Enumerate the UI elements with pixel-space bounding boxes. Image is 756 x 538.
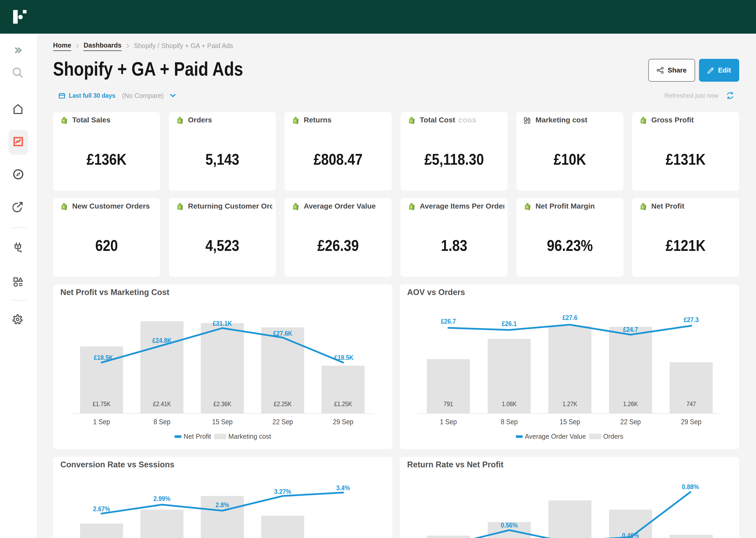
svg-text:747: 747	[686, 400, 696, 407]
svg-text:S: S	[526, 205, 528, 209]
svg-text:29 Sep: 29 Sep	[333, 418, 353, 426]
svg-text:£18.5K: £18.5K	[94, 354, 113, 361]
svg-text:15 Sep: 15 Sep	[212, 418, 233, 426]
svg-text:S: S	[63, 205, 64, 209]
svg-text:£24.7: £24.7	[623, 326, 638, 333]
svg-text:0.88%: 0.88%	[682, 483, 699, 491]
svg-text:£24.8K: £24.8K	[152, 337, 172, 345]
svg-text:£1.75K: £1.75K	[93, 400, 111, 407]
svg-text:£26.1: £26.1	[502, 320, 517, 328]
svg-text:S: S	[178, 205, 180, 209]
svg-text:3.4%: 3.4%	[336, 484, 350, 492]
svg-text:S: S	[410, 205, 412, 209]
svg-text:15 Sep: 15 Sep	[560, 418, 580, 426]
svg-text:£31.1K: £31.1K	[213, 320, 232, 327]
svg-text:2.8%: 2.8%	[215, 501, 229, 509]
svg-text:22 Sep: 22 Sep	[272, 418, 293, 426]
svg-text:S: S	[178, 119, 180, 123]
svg-text:S: S	[641, 205, 643, 209]
svg-text:22 Sep: 22 Sep	[620, 418, 641, 426]
svg-text:£26.7: £26.7	[441, 318, 456, 325]
svg-text:2.99%: 2.99%	[154, 495, 170, 503]
svg-text:0.46%: 0.46%	[622, 532, 639, 538]
svg-text:£2.41K: £2.41K	[153, 400, 171, 407]
svg-text:8 Sep: 8 Sep	[154, 418, 170, 426]
svg-text:£1.25K: £1.25K	[334, 400, 352, 407]
svg-text:1.27K: 1.27K	[563, 400, 577, 407]
svg-text:3.27%: 3.27%	[274, 488, 291, 496]
svg-text:£27.3: £27.3	[684, 316, 698, 324]
svg-text:£27.6K: £27.6K	[273, 330, 292, 337]
svg-text:S: S	[641, 119, 643, 123]
svg-text:2.67%: 2.67%	[93, 505, 110, 513]
svg-text:29 Sep: 29 Sep	[681, 418, 701, 426]
svg-text:S: S	[294, 119, 296, 123]
svg-text:£27.6: £27.6	[562, 314, 577, 322]
svg-text:S: S	[410, 119, 412, 123]
svg-text:0.56%: 0.56%	[501, 521, 518, 529]
svg-text:791: 791	[444, 400, 453, 407]
svg-text:S: S	[63, 119, 64, 123]
svg-text:£2.25K: £2.25K	[274, 400, 292, 407]
svg-text:1.26K: 1.26K	[623, 400, 638, 407]
svg-text:£18.5K: £18.5K	[334, 354, 354, 361]
svg-text:1.08K: 1.08K	[502, 400, 517, 407]
svg-text:1 Sep: 1 Sep	[440, 418, 457, 426]
svg-text:8 Sep: 8 Sep	[501, 418, 518, 426]
svg-text:£2.36K: £2.36K	[213, 400, 231, 407]
svg-text:S: S	[294, 205, 296, 209]
svg-text:1 Sep: 1 Sep	[93, 418, 110, 426]
